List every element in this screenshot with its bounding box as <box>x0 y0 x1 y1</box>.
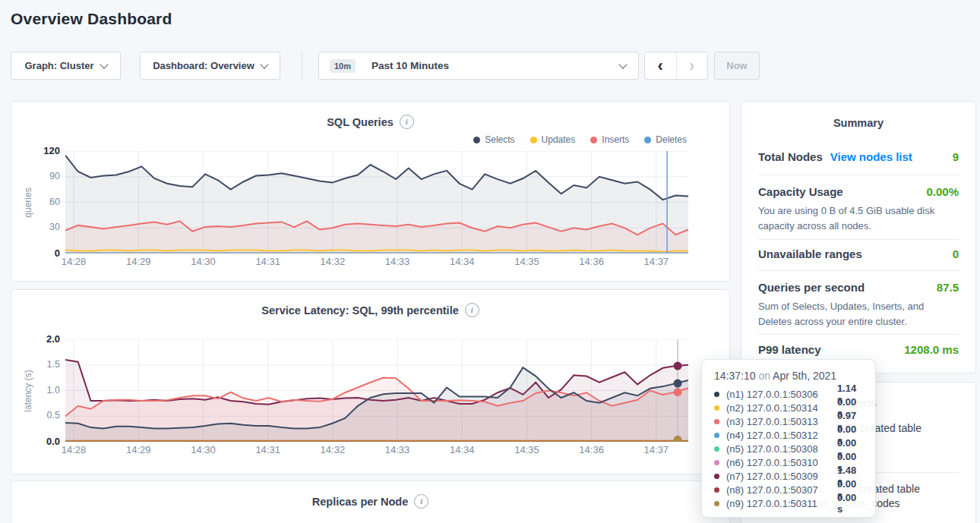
tooltip-node-address: (n4) 127.0.0.1:50312 <box>726 430 837 441</box>
p99-latency-value: 1208.0 ms <box>904 343 959 356</box>
chevron-down-icon <box>100 60 108 68</box>
x-tick-label: 14:32 <box>315 444 351 455</box>
unavailable-ranges-label: Unavailable ranges <box>758 247 862 260</box>
crosshair-dot <box>674 362 682 370</box>
tooltip-node-address: (n1) 127.0.0.1:50306 <box>726 389 837 400</box>
x-tick-label: 14:34 <box>444 444 480 455</box>
summary-row-capacity: Capacity Usage 0.00% You are using 0 B o… <box>758 185 959 233</box>
series-color-dot <box>714 419 719 424</box>
sql-queries-plot[interactable] <box>65 151 688 254</box>
summary-row-unavailable: Unavailable ranges 0 <box>758 247 959 260</box>
legend-item-deletes[interactable]: Deletes <box>644 134 687 145</box>
series-color-dot <box>714 392 719 397</box>
time-range-label: Past 10 Minutes <box>371 60 613 71</box>
queries-per-second-description: Sum of Selects, Updates, Inserts, and De… <box>758 299 959 329</box>
legend-label: Deletes <box>656 134 687 145</box>
chart-title: SQL Queries <box>327 116 394 128</box>
series-color-dot <box>714 501 719 506</box>
tooltip-node-address: (n5) 127.0.0.1:50308 <box>726 443 837 455</box>
x-tick-label: 14:35 <box>508 256 545 267</box>
summary-title: Summary <box>741 117 975 129</box>
capacity-usage-value: 0.00% <box>926 185 959 198</box>
time-range-badge: 10m <box>330 59 356 73</box>
x-tick-labels: 14:2814:2914:3014:3114:3214:3314:3414:35… <box>65 256 688 268</box>
tooltip-node-address: (n6) 127.0.0.1:50310 <box>726 457 837 468</box>
summary-row-qps: Queries per second 87.5 Sum of Selects, … <box>758 281 959 329</box>
info-icon[interactable]: i <box>465 303 479 317</box>
y-tick-label: 1.0 <box>47 385 60 395</box>
time-range-dropdown[interactable]: 10m Past 10 Minutes <box>318 52 639 80</box>
view-nodes-list-link[interactable]: View nodes list <box>830 150 912 163</box>
series-color-dot <box>714 433 719 438</box>
tooltip-node-address: (n7) 127.0.0.1:50309 <box>726 471 837 482</box>
now-button-label: Now <box>726 60 747 71</box>
y-tick-label: 1.5 <box>47 359 60 370</box>
capacity-usage-label: Capacity Usage <box>758 185 843 198</box>
y-tick-label: 90 <box>49 171 60 181</box>
chart-title: Service Latency: SQL, 99th percentile <box>261 304 459 317</box>
x-tick-label: 14:34 <box>444 256 480 267</box>
legend-color-dot <box>590 137 597 143</box>
legend-item-updates[interactable]: Updates <box>530 134 576 145</box>
queries-per-second-value: 87.5 <box>937 281 959 294</box>
chart-canvas[interactable] <box>65 151 688 254</box>
y-tick-label: 60 <box>49 197 60 207</box>
series-color-dot <box>714 487 719 493</box>
chevron-left-icon: ‹ <box>658 58 663 74</box>
chart-title: Replicas per Node <box>312 496 409 508</box>
y-tick-label: 0.5 <box>47 410 60 421</box>
now-button[interactable]: Now <box>714 52 760 80</box>
time-pager: ‹ › <box>644 52 708 80</box>
legend-label: Selects <box>485 134 514 145</box>
dashboard-dropdown[interactable]: Dashboard: Overview <box>140 52 280 80</box>
service-latency-plot[interactable] <box>65 339 688 442</box>
chart-canvas[interactable] <box>65 339 688 442</box>
summary-row-p99: P99 latency 1208.0 ms <box>758 343 959 356</box>
y-tick-label: 30 <box>49 222 60 232</box>
legend-item-selects[interactable]: Selects <box>473 134 514 145</box>
summary-divider <box>758 175 959 175</box>
x-tick-label: 14:30 <box>185 256 221 267</box>
tooltip-node-address: (n8) 127.0.0.1:50307 <box>726 484 837 496</box>
crosshair-dot <box>674 388 682 396</box>
y-tick-label: 2.0 <box>46 333 60 345</box>
x-tick-label: 14:28 <box>55 256 92 267</box>
info-icon[interactable]: i <box>414 494 428 509</box>
x-tick-label: 14:29 <box>120 256 156 267</box>
x-tick-labels: 14:2814:2914:3014:3114:3214:3314:3414:35… <box>65 444 688 456</box>
x-tick-label: 14:30 <box>185 444 221 455</box>
x-tick-label: 14:33 <box>379 444 416 455</box>
series-color-dot <box>714 460 719 465</box>
series-color-dot <box>714 474 719 479</box>
tooltip-node-address: (n2) 127.0.0.1:50314 <box>726 402 837 414</box>
tooltip-node-address: (n9) 127.0.0.1:50311 <box>726 498 837 509</box>
chart-legend: SelectsUpdatesInsertsDeletes <box>473 134 687 145</box>
crosshair-dot <box>674 380 682 388</box>
page-title: Overview Dashboard <box>11 10 172 28</box>
total-nodes-label: Total Nodes <box>758 150 823 163</box>
series-color-dot <box>714 446 719 452</box>
graph-dropdown-label: Graph: Cluster <box>24 60 93 71</box>
dashboard-dropdown-label: Dashboard: Overview <box>153 60 254 71</box>
x-tick-label: 14:29 <box>120 444 156 455</box>
x-tick-label: 14:37 <box>638 444 675 455</box>
legend-label: Inserts <box>602 134 629 145</box>
capacity-usage-description: You are using 0 B of 4.5 GiB usable disk… <box>758 203 959 233</box>
legend-item-inserts[interactable]: Inserts <box>590 134 629 145</box>
legend-label: Updates <box>542 134 576 145</box>
p99-latency-label: P99 latency <box>758 343 821 356</box>
time-forward-button[interactable]: › <box>677 52 708 79</box>
controls-divider <box>302 52 302 80</box>
info-icon[interactable]: i <box>400 115 414 129</box>
chevron-down-icon <box>260 60 268 68</box>
queries-per-second-label: Queries per second <box>758 281 865 294</box>
tooltip-timestamp: 14:37:10 on Apr 5th, 2021 <box>714 370 865 382</box>
summary-panel: Summary Total Nodes View nodes list 9 Ca… <box>741 101 976 373</box>
legend-color-dot <box>473 137 480 143</box>
x-tick-label: 14:28 <box>55 444 92 455</box>
summary-divider <box>758 334 959 335</box>
x-tick-label: 14:33 <box>379 256 416 267</box>
sql-queries-card: SQL Queries i SelectsUpdatesInsertsDelet… <box>11 101 730 282</box>
time-back-button[interactable]: ‹ <box>645 52 677 79</box>
graph-dropdown[interactable]: Graph: Cluster <box>11 52 121 80</box>
